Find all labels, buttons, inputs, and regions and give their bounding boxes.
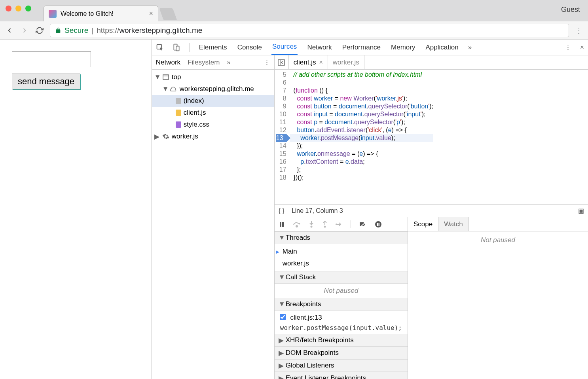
tree-file-label: (index): [184, 97, 204, 105]
minimize-window-icon[interactable]: [15, 6, 21, 11]
tab-memory[interactable]: Memory: [390, 40, 416, 55]
pause-button[interactable]: [279, 221, 285, 227]
window-controls: [6, 6, 31, 11]
file-tab-bar: client.js × worker.js: [275, 55, 588, 70]
event-listener-breakpoints-header[interactable]: ▶Event Listener Breakpoints: [275, 372, 408, 379]
cloud-icon: [170, 85, 177, 93]
file-tree: ▼ top ▼ workerstepping.glitch.me (index): [152, 70, 274, 379]
tab-performance[interactable]: Performance: [341, 40, 381, 55]
svg-point-14: [375, 221, 381, 227]
tree-worker[interactable]: ▶ worker.js: [152, 131, 274, 142]
navigator-tabs: Network Filesystem » ⋮: [152, 55, 274, 70]
breakpoints-header[interactable]: ▼Breakpoints: [275, 298, 408, 311]
tree-file-label: style.css: [184, 121, 209, 129]
send-message-button[interactable]: send message: [12, 74, 80, 89]
navigator-tab-network[interactable]: Network: [156, 59, 180, 66]
tree-domain-label: workerstepping.glitch.me: [180, 85, 254, 93]
thread-main[interactable]: Main: [275, 246, 408, 258]
new-tab-button[interactable]: [159, 8, 177, 20]
tab-network[interactable]: Network: [306, 40, 332, 55]
tree-file-index[interactable]: (index): [152, 95, 274, 107]
scope-watch-tabs: Scope Watch: [408, 217, 588, 231]
pause-exceptions-button[interactable]: [375, 221, 382, 228]
deactivate-breakpoints-button[interactable]: [359, 221, 367, 227]
coverage-icon[interactable]: ▣: [578, 207, 584, 214]
navigator-tab-filesystem[interactable]: Filesystem: [188, 59, 220, 66]
svg-point-12: [336, 224, 337, 225]
css-file-icon: [176, 121, 181, 128]
global-listeners-header[interactable]: ▶Global Listeners: [275, 359, 408, 372]
xhr-breakpoints-header[interactable]: ▶XHR/fetch Breakpoints: [275, 334, 408, 347]
url-host: workerstepping.glitch.me: [119, 26, 202, 34]
js-file-icon: [176, 110, 181, 116]
tab-console[interactable]: Console: [237, 40, 263, 55]
inspect-element-icon[interactable]: [156, 44, 164, 51]
thread-worker[interactable]: worker.js: [275, 258, 408, 269]
file-tab-label: client.js: [294, 59, 316, 66]
threads-header[interactable]: ▼Threads: [275, 231, 408, 244]
step-button[interactable]: [336, 222, 343, 227]
forward-button[interactable]: [20, 26, 29, 35]
step-over-button[interactable]: [293, 221, 301, 227]
tree-domain[interactable]: ▼ workerstepping.glitch.me: [152, 83, 274, 95]
svg-point-9: [296, 226, 298, 227]
file-tab-workerjs[interactable]: worker.js: [328, 55, 364, 69]
tree-file-label: client.js: [184, 109, 206, 117]
device-toolbar-icon[interactable]: [173, 44, 180, 51]
devtools-close-icon[interactable]: ×: [580, 44, 584, 51]
navigator-menu-icon[interactable]: ⋮: [264, 58, 270, 66]
browser-titlebar: Welcome to Glitch! × Guest: [0, 0, 588, 21]
debugger-right: Scope Watch Not paused: [408, 217, 588, 379]
sources-navigator: Network Filesystem » ⋮ ▼ top ▼ workerste…: [152, 55, 275, 379]
toggle-navigator-icon[interactable]: [275, 55, 289, 69]
breakpoint-checkbox[interactable]: [279, 314, 286, 320]
url-field[interactable]: Secure | https://workerstepping.glitch.m…: [50, 24, 569, 37]
tree-file-clientjs[interactable]: client.js: [152, 107, 274, 119]
tree-worker-label: worker.js: [172, 133, 198, 140]
breakpoint-code: worker.postMessage(input.value);: [275, 323, 408, 332]
dom-breakpoints-header[interactable]: ▶DOM Breakpoints: [275, 347, 408, 359]
threads-label: Threads: [286, 234, 310, 242]
svg-rect-8: [282, 222, 284, 227]
tree-top[interactable]: ▼ top: [152, 71, 274, 83]
svg-point-10: [310, 226, 312, 227]
message-input[interactable]: [12, 51, 91, 67]
file-tab-clientjs[interactable]: client.js ×: [289, 55, 328, 69]
scope-state: Not paused: [408, 231, 588, 249]
editor-column: client.js × worker.js 567891011121314151…: [275, 55, 588, 379]
reload-button[interactable]: [35, 26, 44, 35]
svg-rect-16: [378, 223, 379, 226]
lock-icon: [55, 27, 61, 34]
browser-menu-icon[interactable]: ⋮: [575, 26, 583, 35]
file-icon: [176, 98, 181, 104]
pretty-print-icon[interactable]: { }: [279, 207, 285, 214]
watch-tab[interactable]: Watch: [438, 217, 469, 231]
navigator-more-icon[interactable]: »: [227, 59, 230, 66]
breakpoint-item[interactable]: client.js:13: [275, 312, 408, 323]
back-button[interactable]: [5, 26, 14, 35]
devtools-menu-icon[interactable]: ⋮: [565, 43, 571, 51]
breakpoints-label: Breakpoints: [286, 300, 321, 308]
scope-tab[interactable]: Scope: [408, 217, 438, 231]
tab-elements[interactable]: Elements: [198, 40, 228, 55]
tab-application[interactable]: Application: [425, 40, 459, 55]
tree-file-stylecss[interactable]: style.css: [152, 119, 274, 131]
more-tabs-icon[interactable]: »: [468, 44, 472, 51]
maximize-window-icon[interactable]: [25, 6, 31, 11]
debugger-pane: ▼Threads Main worker.js ▼Call Stack Not …: [275, 217, 588, 379]
callstack-header[interactable]: ▼Call Stack: [275, 271, 408, 284]
devtools-tabs: Elements Console Sources Network Perform…: [152, 40, 588, 55]
step-out-button[interactable]: [322, 221, 328, 228]
url-scheme: https://: [97, 26, 119, 34]
svg-rect-7: [280, 222, 281, 227]
secure-label: Secure: [64, 26, 88, 35]
close-tab-icon[interactable]: ×: [319, 59, 322, 66]
browser-tab[interactable]: Welcome to Glitch! ×: [44, 6, 158, 21]
code-editor[interactable]: 56789101112131415161718 // add other scr…: [275, 70, 588, 204]
address-bar: Secure | https://workerstepping.glitch.m…: [0, 21, 588, 40]
profile-label[interactable]: Guest: [561, 6, 580, 14]
close-window-icon[interactable]: [6, 6, 11, 11]
step-into-button[interactable]: [309, 221, 314, 228]
tab-sources[interactable]: Sources: [271, 40, 298, 55]
tab-close-icon[interactable]: ×: [149, 9, 153, 18]
